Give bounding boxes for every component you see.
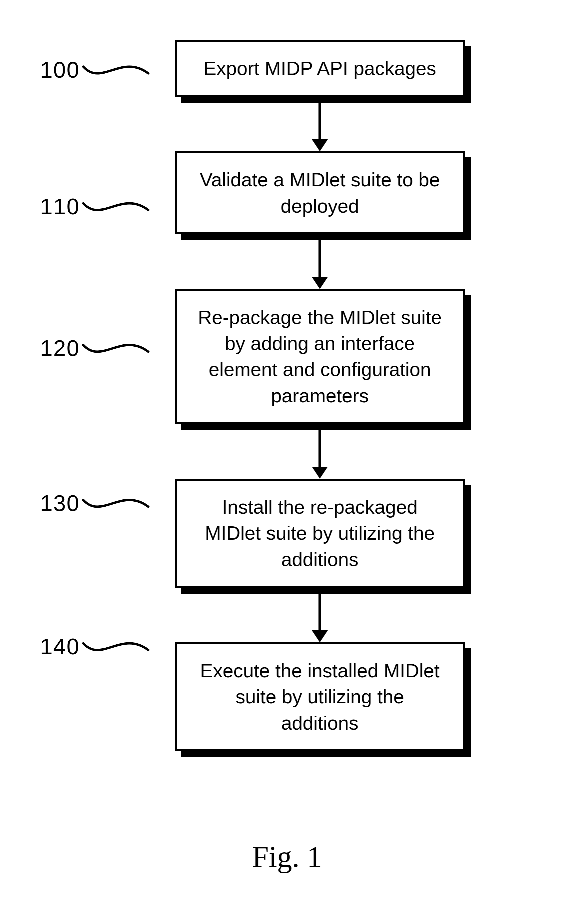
step-text-100: Export MIDP API packages — [203, 57, 437, 79]
arrow-down-icon — [312, 234, 328, 289]
step-140: Execute the installed MIDlet suite by ut… — [123, 642, 516, 751]
step-number-140: 140 — [40, 633, 80, 659]
step-130: Install the re-packaged MIDlet suite by … — [123, 479, 516, 642]
step-text-140: Execute the installed MIDlet suite by ut… — [200, 660, 440, 734]
arrow-down-icon — [312, 588, 328, 642]
step-box-110: Validate a MIDlet suite to be deployed — [175, 151, 465, 234]
step-120: Re-package the MIDlet suite by adding an… — [123, 289, 516, 479]
step-110: Validate a MIDlet suite to be deployed — [123, 151, 516, 289]
diagram-canvas: 100 110 120 130 140 Export MIDP API pack… — [0, 0, 574, 924]
step-text-130: Install the re-packaged MIDlet suite by … — [205, 496, 435, 570]
step-box-140: Execute the installed MIDlet suite by ut… — [175, 642, 465, 751]
step-box-100: Export MIDP API packages — [175, 40, 465, 97]
step-box-120: Re-package the MIDlet suite by adding an… — [175, 289, 465, 424]
step-number-100: 100 — [40, 57, 80, 83]
figure-caption: Fig. 1 — [0, 840, 574, 874]
arrow-down-icon — [312, 97, 328, 151]
step-text-110: Validate a MIDlet suite to be deployed — [200, 169, 440, 216]
step-number-110: 110 — [40, 193, 80, 220]
step-100: Export MIDP API packages — [123, 40, 516, 151]
arrow-down-icon — [312, 424, 328, 479]
step-text-120: Re-package the MIDlet suite by adding an… — [198, 306, 442, 406]
flowchart: Export MIDP API packages Validate a MIDl… — [123, 40, 516, 751]
step-number-120: 120 — [40, 335, 80, 361]
step-box-130: Install the re-packaged MIDlet suite by … — [175, 479, 465, 588]
step-number-130: 130 — [40, 490, 80, 516]
